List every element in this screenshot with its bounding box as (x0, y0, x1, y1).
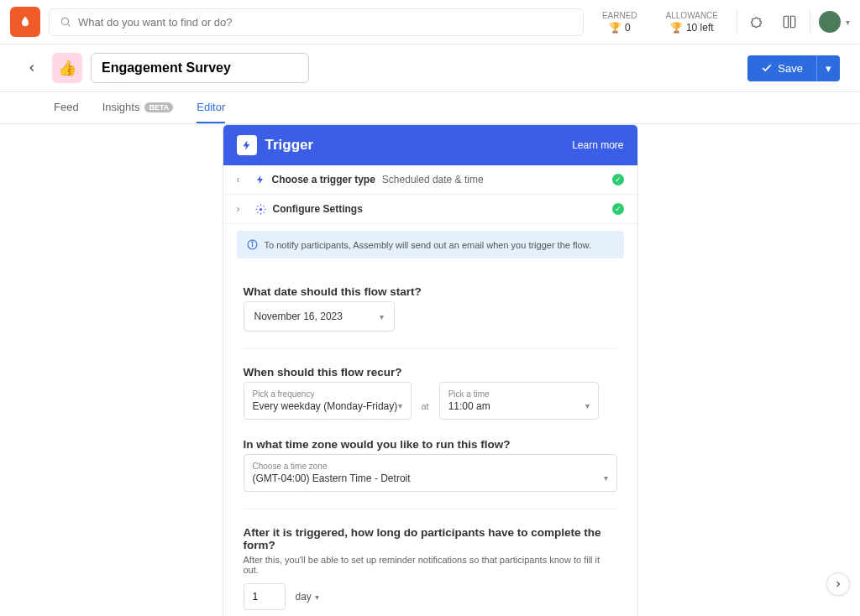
back-button[interactable] (20, 56, 44, 80)
chevron-down-icon: ▾ (585, 401, 590, 410)
chevron-right-icon (833, 579, 843, 589)
scroll-fab[interactable] (826, 572, 850, 596)
tab-editor[interactable]: Editor (197, 92, 225, 123)
duration-unit-select[interactable]: day ▾ (296, 591, 319, 603)
bolt-icon (255, 175, 265, 185)
chevron-left-icon: ‹ (237, 174, 249, 185)
timezone-select[interactable]: Choose a time zone (GMT-04:00) Eastern T… (244, 454, 617, 492)
puzzle-icon (750, 14, 765, 29)
save-dropdown[interactable]: ▾ (816, 55, 840, 81)
frequency-select[interactable]: Pick a frequency Every weekday (Monday-F… (244, 382, 412, 420)
start-date-select[interactable]: November 16, 2023 ▾ (244, 301, 395, 331)
book-icon (782, 14, 797, 29)
time-select[interactable]: Pick a time 11:00 am ▾ (439, 382, 599, 420)
card-title: Trigger (265, 137, 314, 154)
trophy-icon: 🏆 (670, 22, 683, 34)
learn-more-link[interactable]: Learn more (572, 139, 623, 151)
step-configure[interactable]: › Configure Settings ✓ (223, 195, 637, 224)
trophy-icon: 🏆 (609, 22, 621, 34)
notify-info: To notify participants, Assembly will se… (237, 231, 624, 258)
flame-icon (18, 15, 32, 29)
user-menu[interactable]: ▾ (819, 10, 850, 34)
check-icon: ✓ (612, 203, 624, 215)
timezone-question: In what time zone would you like to run … (244, 438, 617, 451)
step-trigger-type[interactable]: ‹ Choose a trigger type Scheduled date &… (223, 165, 637, 195)
flow-emoji[interactable]: 👍 (52, 53, 82, 83)
check-icon (761, 62, 773, 74)
search-field[interactable] (78, 16, 573, 29)
app-logo[interactable] (10, 7, 40, 37)
bolt-icon (237, 135, 257, 155)
chevron-down-icon: ▾ (398, 401, 402, 410)
svg-line-1 (68, 24, 71, 27)
gear-icon (255, 204, 266, 215)
chevron-down-icon: ▾ (826, 62, 831, 75)
chevron-left-icon (26, 62, 38, 74)
info-icon (247, 239, 258, 250)
chevron-down-icon: ▾ (315, 593, 319, 602)
tab-insights[interactable]: Insights BETA (102, 92, 174, 123)
svg-point-0 (61, 18, 68, 24)
search-input[interactable] (49, 8, 584, 36)
earned-stat: EARNED 🏆0 (592, 11, 648, 34)
svg-point-5 (251, 242, 252, 243)
start-date-question: What date should this flow start? (244, 285, 617, 298)
save-button[interactable]: Save (747, 55, 816, 81)
chevron-down-icon: ▾ (846, 18, 850, 27)
search-icon (60, 16, 71, 28)
recur-question: When should this flow recur? (244, 366, 617, 378)
duration-input[interactable] (244, 583, 286, 610)
svg-point-2 (259, 207, 261, 210)
trigger-card: Trigger Learn more ‹ Choose a trigger ty… (223, 124, 638, 616)
at-label: at (422, 401, 429, 420)
chevron-right-icon: › (237, 203, 249, 215)
complete-helper: After this, you'll be able to set up rem… (244, 555, 617, 575)
flow-title-input[interactable] (91, 53, 309, 83)
check-icon: ✓ (612, 174, 624, 185)
chevron-down-icon: ▾ (380, 312, 384, 321)
allowance-stat: ALLOWANCE 🏆10 left (656, 11, 728, 34)
book-button[interactable] (778, 10, 801, 34)
beta-badge: BETA (144, 102, 173, 112)
puzzle-button[interactable] (746, 10, 769, 34)
chevron-down-icon: ▾ (604, 473, 608, 483)
complete-question: After it is triggered, how long do parti… (244, 526, 617, 551)
tab-feed[interactable]: Feed (54, 92, 79, 123)
avatar (819, 11, 841, 33)
